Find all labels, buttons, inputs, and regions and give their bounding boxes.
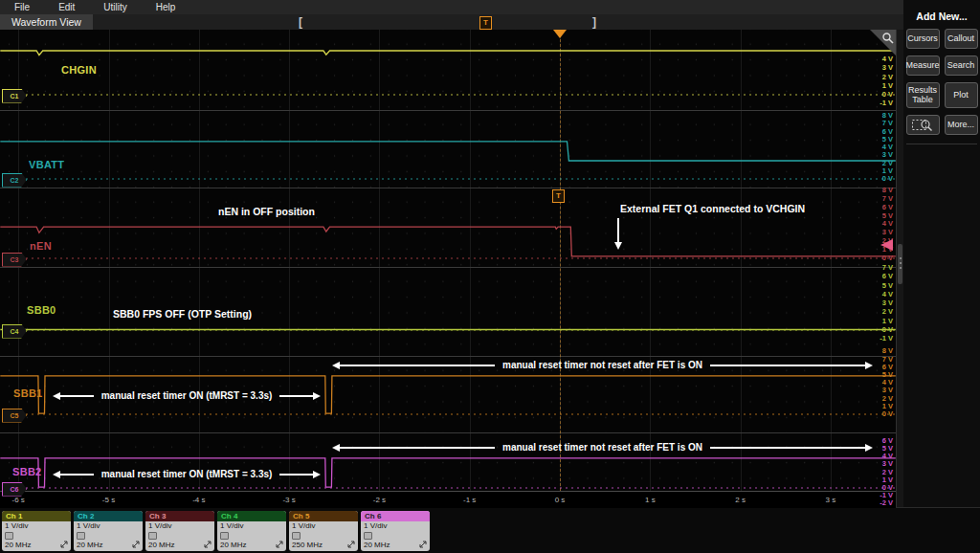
time-tick-label: -5 s: [102, 496, 115, 504]
trigger-position-marker-icon[interactable]: [553, 30, 567, 38]
channel-bandwidth: 20 MHz: [5, 541, 32, 550]
channel-badge-c1[interactable]: Ch 11 V/div20 MHz: [2, 511, 71, 551]
axis-label: 3 V: [882, 229, 893, 236]
bottom-bar: Horizontal 1 s/div 10 s SR: 125 kS/s 8 µ…: [0, 507, 980, 553]
scale-handle-icon[interactable]: [347, 541, 355, 551]
zoom-area-button[interactable]: [906, 115, 940, 135]
scale-handle-icon[interactable]: [276, 541, 283, 551]
arrow-right-icon: [865, 362, 873, 369]
arrow-right-icon: [313, 392, 321, 400]
trace-label-sbb0: SBB0: [27, 304, 56, 316]
axis-label: 0 V: [882, 175, 893, 183]
measure-arrow-label: manual reset timer ON (tMRST = 3.3s): [94, 469, 280, 479]
trace-label-nen: nEN: [30, 240, 52, 252]
menu-utility[interactable]: Utility: [89, 2, 141, 12]
measure-arrow-sbb2-not-reset: manual reset timer not reset after FET i…: [332, 441, 873, 453]
waveform-view-area[interactable]: T nEN in OFF position External FET Q1 co…: [0, 30, 896, 507]
more-button[interactable]: More...: [945, 115, 978, 135]
channel-badge-body: 1 V/div250 MHz: [289, 521, 358, 550]
channel-badge-title: Ch 1: [2, 511, 71, 521]
annotation-sbb0-fps-off: SBB0 FPS OFF (OTP Setting): [113, 308, 252, 320]
arrow-left-icon: [53, 392, 60, 400]
axis-label: 0 V: [882, 326, 893, 334]
zoom-area-icon: [911, 118, 934, 132]
magnifier-icon: [881, 32, 894, 44]
search-button[interactable]: Search: [945, 55, 978, 76]
menu-edit[interactable]: Edit: [44, 2, 89, 12]
channel-badge-c3[interactable]: Ch 31 V/div20 MHz: [145, 511, 214, 551]
callout-button[interactable]: Callout: [945, 29, 978, 49]
menu-bar: File Edit Utility Help: [0, 0, 903, 15]
trigger-point-flag-icon[interactable]: T: [552, 189, 565, 203]
down-arrow-icon: [617, 218, 619, 243]
measure-button[interactable]: Measure: [906, 55, 940, 76]
channel-scale: 1 V/div: [364, 521, 427, 531]
channel-badge-body: 1 V/div20 MHz: [361, 521, 430, 550]
scale-handle-icon[interactable]: [204, 541, 212, 551]
channel-badge-c6[interactable]: Ch 61 V/div20 MHz: [361, 511, 430, 551]
axis-label: -1 V: [880, 335, 893, 343]
arrow-right-icon: [865, 444, 873, 452]
probe-icon: [148, 532, 157, 540]
arrow-left-icon: [332, 362, 340, 369]
time-tick-label: 1 s: [645, 496, 656, 504]
arrow-right-icon: [313, 471, 321, 478]
axis-label: 8 V: [882, 187, 893, 194]
scale-handle-icon[interactable]: [132, 541, 140, 551]
channel-bandwidth: 20 MHz: [364, 541, 390, 550]
channel-bandwidth-row: 250 MHz: [292, 541, 355, 551]
trigger-level-arrow-icon[interactable]: [880, 239, 893, 251]
channel-badge-title: Ch 4: [217, 511, 286, 521]
plot-button[interactable]: Plot: [945, 82, 978, 108]
cursors-button[interactable]: Cursors: [906, 29, 940, 49]
channel-bandwidth-row: 20 MHz: [77, 541, 140, 551]
axis-label: -2 V: [880, 499, 893, 507]
menu-file[interactable]: File: [0, 2, 44, 12]
channel-badge-body: 1 V/div20 MHz: [145, 521, 214, 550]
axis-label: 4 V: [882, 220, 893, 228]
axis-label: 4 V: [882, 55, 893, 63]
channel-scale: 1 V/div: [77, 521, 140, 531]
zoom-bracket-left-icon[interactable]: [: [299, 15, 302, 29]
measure-arrow-sbb1-not-reset: manual reset timer not reset after FET i…: [332, 359, 873, 371]
channel-bandwidth-row: 20 MHz: [364, 541, 427, 551]
channel-badge-body: 1 V/div20 MHz: [2, 521, 71, 550]
axis-label: 1 V: [882, 82, 893, 90]
channel-scale: 1 V/div: [220, 521, 283, 531]
tab-waveform-view[interactable]: Waveform View: [0, 14, 93, 30]
probe-icon: [364, 532, 372, 540]
axis-label: 5 V: [882, 282, 893, 290]
trace-label-chgin: CHGIN: [61, 64, 97, 76]
trace-label-sbb1: SBB1: [13, 387, 43, 399]
probe-icon: [77, 532, 85, 540]
menu-help[interactable]: Help: [142, 2, 190, 12]
scale-handle-icon[interactable]: [419, 541, 427, 551]
axis-label: 7 V: [882, 195, 893, 203]
channel-bandwidth-row: 20 MHz: [5, 541, 68, 551]
arrow-left-icon: [53, 471, 60, 478]
axis-label: 2 V: [882, 74, 893, 81]
axis-label: 2 V: [882, 308, 893, 316]
axis-label: 6 V: [882, 204, 893, 211]
tab-bar: Waveform View [ ] T: [0, 14, 903, 31]
channel-badge-body: 1 V/div20 MHz: [74, 521, 143, 550]
add-new-title: Add New...: [903, 0, 980, 22]
trigger-position-tab-icon[interactable]: T: [479, 16, 492, 30]
channel-badge-c5[interactable]: Ch 51 V/div250 MHz: [289, 511, 358, 551]
axis-label: 5 V: [882, 212, 893, 220]
results-table-button[interactable]: Results Table: [906, 82, 940, 108]
channel-badge-title: Ch 6: [361, 511, 430, 521]
axis-label: 4 V: [882, 291, 893, 299]
channel-scale: 1 V/div: [5, 521, 68, 531]
channel-badge-title: Ch 5: [289, 511, 358, 521]
zoom-bracket-right-icon[interactable]: ]: [592, 15, 596, 29]
axis-label: 6 V: [882, 273, 893, 280]
channel-scale: 1 V/div: [148, 521, 212, 531]
channel-badge-title: Ch 3: [145, 511, 214, 521]
channel-badge-c4[interactable]: Ch 41 V/div20 MHz: [217, 511, 286, 551]
axis-label: 7 V: [882, 264, 893, 272]
scale-handle-icon[interactable]: [60, 541, 68, 551]
time-tick-label: -6 s: [12, 496, 25, 504]
channel-badge-c2[interactable]: Ch 21 V/div20 MHz: [74, 511, 143, 551]
measure-arrow-sbb2-mrst-on: manual reset timer ON (tMRST = 3.3s): [53, 468, 321, 480]
